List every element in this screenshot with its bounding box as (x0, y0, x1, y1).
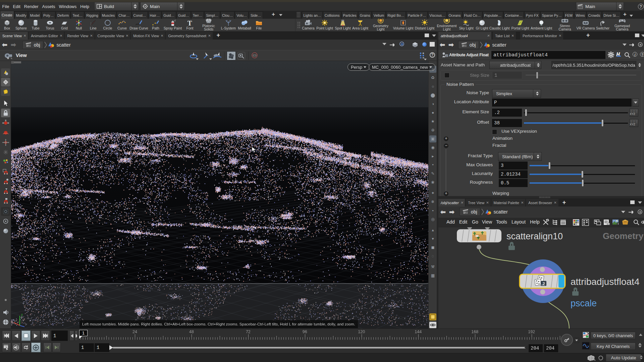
svg-text:.2: .2 (446, 55, 448, 57)
svg-text:.2: .2 (541, 281, 545, 286)
svg-text:pscale: pscale (571, 298, 597, 308)
svg-text:T: T (187, 19, 192, 26)
svg-text:Geometry: Geometry (603, 231, 644, 241)
svg-text:attribadjustfloat4: attribadjustfloat4 (571, 277, 639, 287)
svg-text:scatteralign10: scatteralign10 (506, 231, 563, 241)
